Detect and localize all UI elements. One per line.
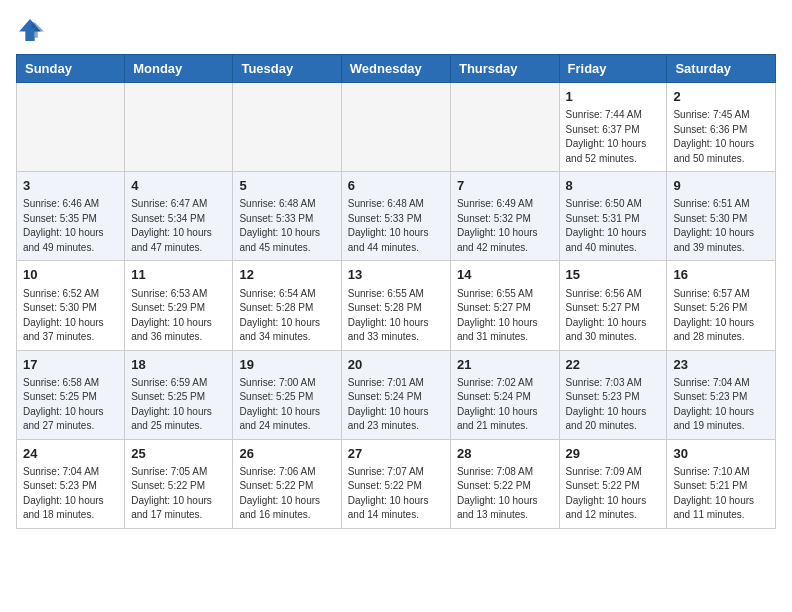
- calendar-day-cell: 17Sunrise: 6:58 AM Sunset: 5:25 PM Dayli…: [17, 350, 125, 439]
- calendar-day-cell: 6Sunrise: 6:48 AM Sunset: 5:33 PM Daylig…: [341, 172, 450, 261]
- day-info: Sunrise: 6:52 AM Sunset: 5:30 PM Dayligh…: [23, 287, 118, 345]
- day-number: 4: [131, 177, 226, 195]
- day-number: 30: [673, 445, 769, 463]
- day-number: 22: [566, 356, 661, 374]
- day-number: 2: [673, 88, 769, 106]
- day-info: Sunrise: 7:01 AM Sunset: 5:24 PM Dayligh…: [348, 376, 444, 434]
- day-number: 28: [457, 445, 553, 463]
- day-info: Sunrise: 6:58 AM Sunset: 5:25 PM Dayligh…: [23, 376, 118, 434]
- calendar-day-cell: 23Sunrise: 7:04 AM Sunset: 5:23 PM Dayli…: [667, 350, 776, 439]
- calendar-day-cell: 1Sunrise: 7:44 AM Sunset: 6:37 PM Daylig…: [559, 83, 667, 172]
- day-info: Sunrise: 6:46 AM Sunset: 5:35 PM Dayligh…: [23, 197, 118, 255]
- calendar-day-cell: 27Sunrise: 7:07 AM Sunset: 5:22 PM Dayli…: [341, 439, 450, 528]
- day-info: Sunrise: 7:07 AM Sunset: 5:22 PM Dayligh…: [348, 465, 444, 523]
- day-number: 1: [566, 88, 661, 106]
- day-number: 7: [457, 177, 553, 195]
- day-header-tuesday: Tuesday: [233, 55, 341, 83]
- calendar-day-cell: 28Sunrise: 7:08 AM Sunset: 5:22 PM Dayli…: [450, 439, 559, 528]
- calendar-week-row: 24Sunrise: 7:04 AM Sunset: 5:23 PM Dayli…: [17, 439, 776, 528]
- calendar-day-cell: [125, 83, 233, 172]
- calendar-day-cell: 11Sunrise: 6:53 AM Sunset: 5:29 PM Dayli…: [125, 261, 233, 350]
- day-number: 23: [673, 356, 769, 374]
- day-info: Sunrise: 7:08 AM Sunset: 5:22 PM Dayligh…: [457, 465, 553, 523]
- day-info: Sunrise: 6:53 AM Sunset: 5:29 PM Dayligh…: [131, 287, 226, 345]
- calendar-day-cell: 14Sunrise: 6:55 AM Sunset: 5:27 PM Dayli…: [450, 261, 559, 350]
- day-number: 26: [239, 445, 334, 463]
- day-header-saturday: Saturday: [667, 55, 776, 83]
- day-number: 11: [131, 266, 226, 284]
- day-header-friday: Friday: [559, 55, 667, 83]
- day-info: Sunrise: 7:02 AM Sunset: 5:24 PM Dayligh…: [457, 376, 553, 434]
- calendar-day-cell: 4Sunrise: 6:47 AM Sunset: 5:34 PM Daylig…: [125, 172, 233, 261]
- day-number: 20: [348, 356, 444, 374]
- day-info: Sunrise: 6:47 AM Sunset: 5:34 PM Dayligh…: [131, 197, 226, 255]
- day-info: Sunrise: 6:48 AM Sunset: 5:33 PM Dayligh…: [239, 197, 334, 255]
- day-info: Sunrise: 6:57 AM Sunset: 5:26 PM Dayligh…: [673, 287, 769, 345]
- day-number: 3: [23, 177, 118, 195]
- day-number: 15: [566, 266, 661, 284]
- day-info: Sunrise: 6:51 AM Sunset: 5:30 PM Dayligh…: [673, 197, 769, 255]
- day-number: 17: [23, 356, 118, 374]
- day-number: 5: [239, 177, 334, 195]
- calendar-day-cell: 21Sunrise: 7:02 AM Sunset: 5:24 PM Dayli…: [450, 350, 559, 439]
- day-info: Sunrise: 7:44 AM Sunset: 6:37 PM Dayligh…: [566, 108, 661, 166]
- day-info: Sunrise: 6:55 AM Sunset: 5:28 PM Dayligh…: [348, 287, 444, 345]
- day-number: 16: [673, 266, 769, 284]
- calendar-week-row: 1Sunrise: 7:44 AM Sunset: 6:37 PM Daylig…: [17, 83, 776, 172]
- calendar-day-cell: 18Sunrise: 6:59 AM Sunset: 5:25 PM Dayli…: [125, 350, 233, 439]
- calendar-day-cell: 2Sunrise: 7:45 AM Sunset: 6:36 PM Daylig…: [667, 83, 776, 172]
- day-number: 9: [673, 177, 769, 195]
- calendar-day-cell: [17, 83, 125, 172]
- day-info: Sunrise: 6:54 AM Sunset: 5:28 PM Dayligh…: [239, 287, 334, 345]
- day-info: Sunrise: 7:09 AM Sunset: 5:22 PM Dayligh…: [566, 465, 661, 523]
- day-info: Sunrise: 7:00 AM Sunset: 5:25 PM Dayligh…: [239, 376, 334, 434]
- calendar-day-cell: [233, 83, 341, 172]
- day-number: 19: [239, 356, 334, 374]
- day-info: Sunrise: 7:04 AM Sunset: 5:23 PM Dayligh…: [673, 376, 769, 434]
- calendar-week-row: 17Sunrise: 6:58 AM Sunset: 5:25 PM Dayli…: [17, 350, 776, 439]
- calendar-day-cell: 10Sunrise: 6:52 AM Sunset: 5:30 PM Dayli…: [17, 261, 125, 350]
- day-info: Sunrise: 6:59 AM Sunset: 5:25 PM Dayligh…: [131, 376, 226, 434]
- day-info: Sunrise: 6:48 AM Sunset: 5:33 PM Dayligh…: [348, 197, 444, 255]
- day-info: Sunrise: 7:03 AM Sunset: 5:23 PM Dayligh…: [566, 376, 661, 434]
- day-header-thursday: Thursday: [450, 55, 559, 83]
- calendar-day-cell: 29Sunrise: 7:09 AM Sunset: 5:22 PM Dayli…: [559, 439, 667, 528]
- calendar-day-cell: 12Sunrise: 6:54 AM Sunset: 5:28 PM Dayli…: [233, 261, 341, 350]
- day-number: 10: [23, 266, 118, 284]
- day-info: Sunrise: 7:06 AM Sunset: 5:22 PM Dayligh…: [239, 465, 334, 523]
- day-number: 18: [131, 356, 226, 374]
- calendar-week-row: 3Sunrise: 6:46 AM Sunset: 5:35 PM Daylig…: [17, 172, 776, 261]
- day-info: Sunrise: 7:05 AM Sunset: 5:22 PM Dayligh…: [131, 465, 226, 523]
- day-info: Sunrise: 6:56 AM Sunset: 5:27 PM Dayligh…: [566, 287, 661, 345]
- calendar-week-row: 10Sunrise: 6:52 AM Sunset: 5:30 PM Dayli…: [17, 261, 776, 350]
- calendar-day-cell: 13Sunrise: 6:55 AM Sunset: 5:28 PM Dayli…: [341, 261, 450, 350]
- calendar-day-cell: 8Sunrise: 6:50 AM Sunset: 5:31 PM Daylig…: [559, 172, 667, 261]
- calendar-day-cell: 15Sunrise: 6:56 AM Sunset: 5:27 PM Dayli…: [559, 261, 667, 350]
- calendar-day-cell: 19Sunrise: 7:00 AM Sunset: 5:25 PM Dayli…: [233, 350, 341, 439]
- calendar-day-cell: 30Sunrise: 7:10 AM Sunset: 5:21 PM Dayli…: [667, 439, 776, 528]
- calendar-day-cell: 20Sunrise: 7:01 AM Sunset: 5:24 PM Dayli…: [341, 350, 450, 439]
- day-number: 8: [566, 177, 661, 195]
- day-number: 6: [348, 177, 444, 195]
- calendar-day-cell: 25Sunrise: 7:05 AM Sunset: 5:22 PM Dayli…: [125, 439, 233, 528]
- day-number: 14: [457, 266, 553, 284]
- calendar-day-cell: 5Sunrise: 6:48 AM Sunset: 5:33 PM Daylig…: [233, 172, 341, 261]
- day-number: 29: [566, 445, 661, 463]
- calendar-header-row: SundayMondayTuesdayWednesdayThursdayFrid…: [17, 55, 776, 83]
- day-header-wednesday: Wednesday: [341, 55, 450, 83]
- calendar-day-cell: 24Sunrise: 7:04 AM Sunset: 5:23 PM Dayli…: [17, 439, 125, 528]
- calendar-day-cell: 7Sunrise: 6:49 AM Sunset: 5:32 PM Daylig…: [450, 172, 559, 261]
- day-header-sunday: Sunday: [17, 55, 125, 83]
- page-header: [16, 16, 776, 44]
- day-number: 12: [239, 266, 334, 284]
- calendar-day-cell: 22Sunrise: 7:03 AM Sunset: 5:23 PM Dayli…: [559, 350, 667, 439]
- calendar-day-cell: 26Sunrise: 7:06 AM Sunset: 5:22 PM Dayli…: [233, 439, 341, 528]
- day-number: 27: [348, 445, 444, 463]
- calendar-day-cell: 3Sunrise: 6:46 AM Sunset: 5:35 PM Daylig…: [17, 172, 125, 261]
- day-info: Sunrise: 6:49 AM Sunset: 5:32 PM Dayligh…: [457, 197, 553, 255]
- day-header-monday: Monday: [125, 55, 233, 83]
- day-number: 21: [457, 356, 553, 374]
- logo-icon: [16, 16, 44, 44]
- day-info: Sunrise: 7:10 AM Sunset: 5:21 PM Dayligh…: [673, 465, 769, 523]
- calendar-day-cell: 16Sunrise: 6:57 AM Sunset: 5:26 PM Dayli…: [667, 261, 776, 350]
